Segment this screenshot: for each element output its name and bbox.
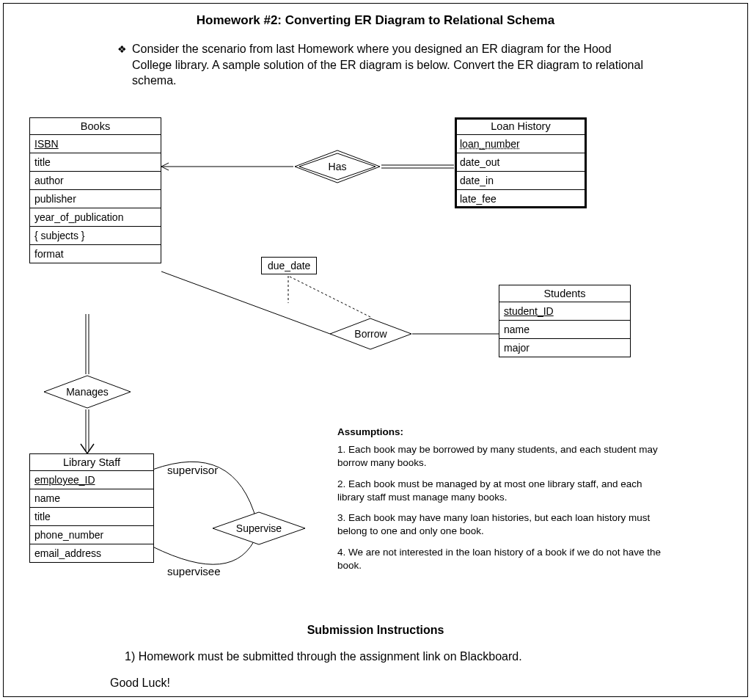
good-luck: Good Luck! (110, 677, 170, 690)
intro-content: Consider the scenario from last Homework… (132, 43, 643, 87)
relationship-borrow: Borrow (329, 317, 413, 351)
entity-loan-history-title: Loan History (455, 118, 586, 135)
svg-line-3 (161, 271, 330, 334)
has-label: Has (329, 161, 347, 172)
assumption-1: 1. Each book may be borrowed by many stu… (337, 443, 667, 470)
relationship-manages: Manages (43, 374, 132, 409)
attr-date-out: date_out (455, 153, 586, 172)
entity-library-staff: Library Staff employee_ID name title pho… (29, 453, 154, 563)
entity-loan-history: Loan History loan_number date_out date_i… (455, 117, 587, 208)
role-supervisee: supervisee (167, 565, 221, 577)
attr-late-fee: late_fee (455, 190, 586, 208)
attr-staff-title: title (30, 508, 153, 526)
attr-staff-name: name (30, 489, 153, 508)
intro-text: ❖ Consider the scenario from last Homewo… (132, 41, 645, 89)
entity-books-title: Books (30, 118, 161, 135)
submission-title: Submission Instructions (0, 624, 751, 637)
attr-loan-number: loan_number (455, 135, 586, 153)
page-title: Homework #2: Converting ER Diagram to Re… (0, 13, 751, 28)
attr-author: author (30, 172, 161, 190)
entity-books: Books ISBN title author publisher year_o… (29, 117, 161, 263)
assumption-4: 4. We are not interested in the loan his… (337, 546, 667, 572)
bullet-icon: ❖ (117, 43, 127, 56)
assumptions-block: Assumptions: 1. Each book may be borrowe… (337, 426, 667, 580)
entity-library-staff-title: Library Staff (30, 454, 153, 471)
assumption-2: 2. Each book must be managed by at most … (337, 478, 667, 504)
attr-student-name: name (499, 321, 630, 339)
attr-publisher: publisher (30, 190, 161, 208)
attr-phone: phone_number (30, 526, 153, 544)
svg-line-7 (288, 276, 370, 317)
er-diagram: Books ISBN title author publisher year_o… (22, 110, 726, 587)
attr-student-id: student_ID (499, 302, 630, 321)
attr-title: title (30, 153, 161, 172)
entity-students: Students student_ID name major (499, 285, 631, 357)
assumption-3: 3. Each book may have many loan historie… (337, 511, 667, 538)
relationship-supervise: Supervise (211, 511, 307, 546)
entity-students-title: Students (499, 285, 630, 302)
submission-item-1: 1) Homework must be submitted through th… (125, 650, 638, 663)
attr-isbn: ISBN (30, 135, 161, 153)
borrow-label: Borrow (354, 328, 387, 340)
attr-employee-id: employee_ID (30, 471, 153, 489)
manages-label: Manages (66, 386, 109, 398)
supervise-label: Supervise (236, 522, 282, 534)
attr-year: year_of_publication (30, 208, 161, 227)
attr-email: email_address (30, 544, 153, 562)
relationship-has: Has (293, 149, 381, 184)
attr-due-date: due_date (261, 257, 317, 274)
attr-subjects: { subjects } (30, 227, 161, 245)
attr-date-in: date_in (455, 172, 586, 190)
assumptions-heading: Assumptions: (337, 426, 667, 439)
attr-format: format (30, 245, 161, 263)
attr-major: major (499, 339, 630, 357)
role-supervisor: supervisor (167, 464, 218, 476)
